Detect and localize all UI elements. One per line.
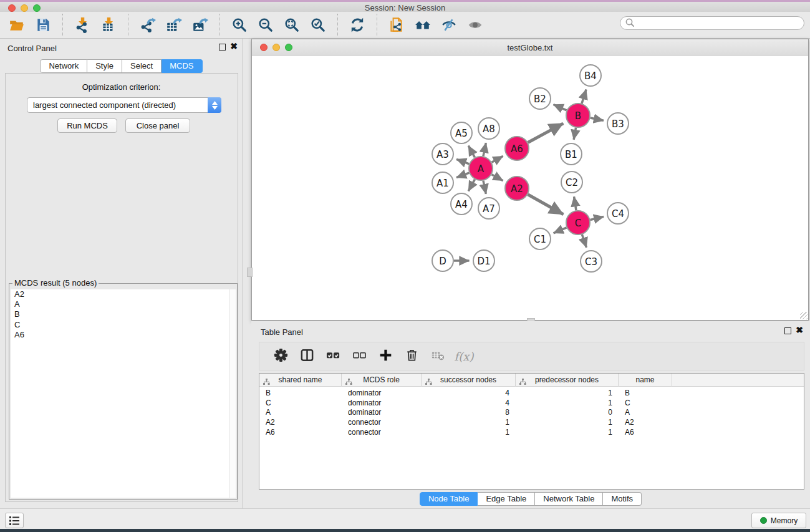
tab-select[interactable]: Select xyxy=(122,59,162,73)
node-A4[interactable]: A4 xyxy=(451,193,472,215)
search-field[interactable] xyxy=(620,16,804,30)
edge-A-A7[interactable] xyxy=(483,181,486,194)
save-button[interactable] xyxy=(30,13,56,37)
table-close-panel-icon[interactable]: ✖ xyxy=(796,326,803,334)
export-image-button[interactable] xyxy=(187,13,213,37)
node-C2[interactable]: C2 xyxy=(561,172,582,193)
zoom-selected-button[interactable] xyxy=(305,13,331,37)
network-graph[interactable]: A5A8A3AA1A4A7A6A2BB2B4B3B1C2CC4C1C3DD1 xyxy=(252,56,808,320)
column-header-successor-nodes[interactable]: successor nodes xyxy=(422,374,516,387)
zoom-in-button[interactable] xyxy=(226,13,253,37)
home-button[interactable] xyxy=(410,13,436,37)
node-C4[interactable]: C4 xyxy=(607,203,629,224)
search-input[interactable] xyxy=(637,19,793,27)
column-header-name[interactable]: name xyxy=(619,374,672,387)
column-header-MCDS-role[interactable]: MCDS role xyxy=(342,374,422,387)
close-panel-button[interactable]: Close panel xyxy=(125,118,190,133)
mcds-result-item[interactable]: A6 xyxy=(11,330,229,340)
split-table-button[interactable] xyxy=(296,345,318,367)
table-row[interactable]: A6connector11A6 xyxy=(259,427,804,437)
memory-button[interactable]: Memory xyxy=(751,513,806,528)
gear-button[interactable] xyxy=(269,345,292,367)
column-header-shared-name[interactable]: shared name xyxy=(259,374,342,387)
refresh-button[interactable] xyxy=(344,13,370,37)
edge-A-A3[interactable] xyxy=(456,159,469,164)
close-panel-icon[interactable]: ✖ xyxy=(230,42,238,50)
edge-A-A8[interactable] xyxy=(483,143,486,156)
edge-C-C4[interactable] xyxy=(590,216,604,220)
node-A7[interactable]: A7 xyxy=(478,198,499,219)
node-B1[interactable]: B1 xyxy=(561,143,582,165)
edge-A6-B[interactable] xyxy=(528,123,564,143)
mcds-result-item[interactable]: A xyxy=(11,299,229,309)
network-window-titlebar[interactable]: testGlobe.txt xyxy=(252,39,808,56)
deselect-all-button[interactable] xyxy=(348,345,370,367)
edge-B-B2[interactable] xyxy=(553,105,566,110)
tab-edge-table[interactable]: Edge Table xyxy=(478,492,535,506)
show-eye-button[interactable] xyxy=(462,13,488,37)
node-C1[interactable]: C1 xyxy=(529,228,551,249)
edge-C-C2[interactable] xyxy=(574,196,576,210)
node-A6[interactable]: A6 xyxy=(505,137,529,160)
zoom-fit-button[interactable] xyxy=(279,13,305,37)
table-row[interactable]: Bdominator41B xyxy=(259,388,804,398)
network-canvas[interactable]: A5A8A3AA1A4A7A6A2BB2B4B3B1C2CC4C1C3DD1 xyxy=(252,56,808,320)
node-A2[interactable]: A2 xyxy=(505,177,529,200)
node-B4[interactable]: B4 xyxy=(580,65,601,86)
import-table-button[interactable] xyxy=(95,13,122,37)
tab-motifs[interactable]: Motifs xyxy=(603,492,642,506)
node-D[interactable]: D xyxy=(432,250,453,271)
tab-node-table[interactable]: Node Table xyxy=(420,492,478,506)
divider-handle-left[interactable] xyxy=(247,268,253,277)
node-B2[interactable]: B2 xyxy=(529,88,551,109)
node-C[interactable]: C xyxy=(566,211,590,235)
node-B3[interactable]: B3 xyxy=(607,113,629,134)
node-D1[interactable]: D1 xyxy=(473,250,494,271)
edge-A2-C[interactable] xyxy=(528,195,563,215)
edge-C-C1[interactable] xyxy=(554,228,567,233)
table-row[interactable]: Cdominator41C xyxy=(259,398,804,408)
node-A5[interactable]: A5 xyxy=(451,122,472,143)
add-button[interactable] xyxy=(374,345,397,367)
edge-C-C3[interactable] xyxy=(582,235,586,248)
node-C3[interactable]: C3 xyxy=(581,251,602,272)
table-float-panel-icon[interactable] xyxy=(784,327,791,336)
table-row[interactable]: A2connector11A2 xyxy=(259,417,804,427)
export-table-button[interactable] xyxy=(161,13,187,37)
edge-A-A1[interactable] xyxy=(456,173,469,178)
tab-mcds[interactable]: MCDS xyxy=(162,59,202,73)
edge-B-B4[interactable] xyxy=(582,89,586,103)
edge-A-A5[interactable] xyxy=(468,146,475,158)
trash-button[interactable] xyxy=(400,345,423,367)
node-A8[interactable]: A8 xyxy=(478,118,499,139)
node-A1[interactable]: A1 xyxy=(432,172,453,193)
edge-B-B3[interactable] xyxy=(591,118,604,120)
mcds-result-list[interactable]: A2ABCA6 xyxy=(11,289,229,498)
export-network-button[interactable] xyxy=(135,13,161,37)
task-history-button[interactable] xyxy=(5,513,24,528)
column-header-predecessor-nodes[interactable]: predecessor nodes xyxy=(516,374,619,387)
edge-A-A4[interactable] xyxy=(468,180,475,191)
edge-A-A6[interactable] xyxy=(492,156,503,162)
tab-style[interactable]: Style xyxy=(87,59,122,73)
float-panel-icon[interactable] xyxy=(219,44,226,52)
tab-network-table[interactable]: Network Table xyxy=(535,492,603,506)
run-mcds-button[interactable]: Run MCDS xyxy=(57,118,117,133)
mcds-result-item[interactable]: B xyxy=(11,309,229,319)
edge-A-A2[interactable] xyxy=(492,175,503,181)
hide-eye-button[interactable] xyxy=(436,13,462,37)
edge-B-B1[interactable] xyxy=(574,128,576,140)
open-folder-button[interactable] xyxy=(4,13,30,37)
mcds-result-item[interactable]: A2 xyxy=(11,289,229,299)
network-document-button[interactable] xyxy=(383,13,410,37)
import-network-button[interactable] xyxy=(69,13,95,37)
node-B[interactable]: B xyxy=(566,104,590,127)
window-resize-grip[interactable] xyxy=(800,312,808,319)
optimization-criterion-dropdown[interactable]: largest connected component (directed) xyxy=(27,97,221,113)
zoom-out-button[interactable] xyxy=(253,13,279,37)
tab-network[interactable]: Network xyxy=(40,59,87,73)
node-A3[interactable]: A3 xyxy=(432,143,453,165)
select-all-button[interactable] xyxy=(322,345,344,367)
node-A[interactable]: A xyxy=(469,157,493,180)
mcds-result-item[interactable]: C xyxy=(11,320,229,330)
